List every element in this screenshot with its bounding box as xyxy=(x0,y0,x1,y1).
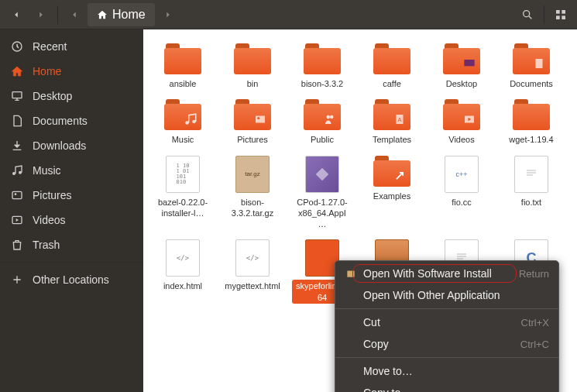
sidebar-item-recent[interactable]: Recent xyxy=(0,34,143,59)
svg-rect-4 xyxy=(562,15,565,19)
file-label: bazel-0.22.0-installer-l… xyxy=(153,196,213,220)
file-item[interactable]: Pictures xyxy=(221,96,284,149)
context-menu-label: Cut xyxy=(363,316,515,328)
file-label: fio.txt xyxy=(519,196,544,208)
path-home-button[interactable]: Home xyxy=(88,3,155,26)
file-label: fio.cc xyxy=(449,196,474,208)
folder-icon: A xyxy=(373,99,410,130)
file-item[interactable]: Music xyxy=(151,96,215,149)
file-item[interactable]: Desktop xyxy=(430,40,493,93)
svg-rect-16 xyxy=(256,116,265,123)
file-item[interactable]: tar.gzbison-3.3.2.tar.gz xyxy=(221,153,284,234)
context-menu-item[interactable]: CutCtrl+X xyxy=(335,311,558,333)
svg-point-8 xyxy=(19,171,22,174)
file-item[interactable]: Examples xyxy=(360,153,424,234)
svg-rect-6 xyxy=(12,92,22,98)
appimage-icon xyxy=(305,156,339,193)
file-label: CPod-1.27.0-x86_64.AppI… xyxy=(292,196,352,231)
sidebar-item-music[interactable]: Music xyxy=(0,158,143,183)
path-up-button[interactable] xyxy=(63,3,86,26)
sidebar-item-videos[interactable]: Videos xyxy=(0,208,143,232)
folder-icon xyxy=(234,99,271,130)
sidebar-item-label: Trash xyxy=(33,239,60,251)
svg-text:A: A xyxy=(397,116,401,123)
script-icon: 1 101 01101010 xyxy=(166,156,200,193)
search-button[interactable] xyxy=(516,3,539,26)
context-menu-item[interactable]: Move to… xyxy=(335,360,558,382)
sidebar-item-home[interactable]: Home xyxy=(0,59,143,84)
sidebar-item-label: Desktop xyxy=(33,90,72,102)
file-label: index.html xyxy=(161,280,204,292)
sidebar-item-label: Videos xyxy=(33,214,66,226)
svg-rect-9 xyxy=(12,191,22,198)
file-label: ansible xyxy=(167,77,199,90)
path-label: Home xyxy=(112,8,146,22)
path-next-button[interactable] xyxy=(156,3,180,26)
context-menu-item[interactable]: Open With Other Application xyxy=(335,284,558,306)
file-item[interactable]: wget-1.19.4 xyxy=(500,96,563,149)
context-menu-item[interactable]: Open With Software InstallReturn xyxy=(335,263,558,284)
file-item[interactable]: fio.txt xyxy=(500,153,563,234)
sidebar-item-other-locations[interactable]: Other Locations xyxy=(0,267,143,292)
file-label: Desktop xyxy=(444,77,479,90)
context-menu-accel: Ctrl+C xyxy=(520,339,549,350)
sidebar-item-label: Other Locations xyxy=(33,273,109,286)
file-item[interactable]: ansible xyxy=(151,40,215,93)
folder-icon xyxy=(373,43,410,74)
context-menu-accel: Return xyxy=(519,268,549,280)
html-icon: </> xyxy=(235,239,270,277)
file-label: Examples xyxy=(371,190,413,202)
folder-icon xyxy=(443,43,480,74)
file-item[interactable]: </>index.html xyxy=(151,236,215,307)
sidebar-item-trash[interactable]: Trash xyxy=(0,232,143,257)
sidebar-item-documents[interactable]: Documents xyxy=(0,108,143,133)
file-item[interactable]: 1 101 01101010bazel-0.22.0-installer-l… xyxy=(151,153,215,234)
context-menu-accel: Ctrl+X xyxy=(521,317,549,328)
context-menu-label: Open With Other Application xyxy=(363,289,549,301)
sidebar-item-pictures[interactable]: Pictures xyxy=(0,183,143,208)
file-label: mygettext.html xyxy=(222,280,283,292)
file-item[interactable]: c++fio.cc xyxy=(430,153,493,234)
text-icon xyxy=(514,156,548,193)
file-item[interactable]: caffe xyxy=(360,40,424,93)
file-item[interactable]: bison-3.3.2 xyxy=(290,40,354,93)
svg-point-15 xyxy=(192,120,196,124)
context-menu-item[interactable]: CopyCtrl+C xyxy=(335,333,558,355)
archive-icon: tar.gz xyxy=(235,156,270,193)
file-item[interactable]: Videos xyxy=(430,96,493,149)
file-item[interactable]: Public xyxy=(290,96,354,149)
music-icon xyxy=(11,164,23,177)
forward-button[interactable] xyxy=(29,3,53,26)
file-label: bison-3.3.2.tar.gz xyxy=(222,196,283,220)
svg-point-14 xyxy=(185,122,189,126)
svg-point-10 xyxy=(15,193,17,195)
file-label: Pictures xyxy=(235,133,270,146)
svg-point-18 xyxy=(327,115,331,119)
file-item[interactable]: Documents xyxy=(500,40,563,93)
context-menu-label: Copy to… xyxy=(363,387,549,392)
file-label: bin xyxy=(245,77,261,90)
folder-icon xyxy=(164,43,201,74)
file-item[interactable]: bin xyxy=(221,40,284,93)
context-menu-label: Open With Software Install xyxy=(363,267,513,280)
context-menu-item[interactable]: Copy to… xyxy=(335,382,558,392)
folder-icon xyxy=(513,43,550,74)
file-item[interactable]: ATemplates xyxy=(360,96,424,149)
file-item[interactable]: CPod-1.27.0-x86_64.AppI… xyxy=(290,153,354,234)
svg-point-7 xyxy=(12,172,15,175)
sidebar-item-downloads[interactable]: Downloads xyxy=(0,133,143,158)
grid-icon xyxy=(555,9,567,21)
back-button[interactable] xyxy=(5,3,28,26)
trash-icon xyxy=(11,239,23,251)
plus-icon xyxy=(11,273,23,286)
sidebar-item-label: Pictures xyxy=(33,189,72,201)
file-label: bison-3.3.2 xyxy=(299,77,345,90)
file-label: Templates xyxy=(370,133,414,146)
file-label: wget-1.19.4 xyxy=(507,133,555,146)
sidebar-item-label: Home xyxy=(33,65,61,77)
sidebar-item-desktop[interactable]: Desktop xyxy=(0,84,143,108)
file-item[interactable]: </>mygettext.html xyxy=(221,236,284,307)
svg-rect-1 xyxy=(556,10,560,14)
svg-rect-12 xyxy=(464,60,474,66)
view-options-button[interactable] xyxy=(549,3,572,26)
